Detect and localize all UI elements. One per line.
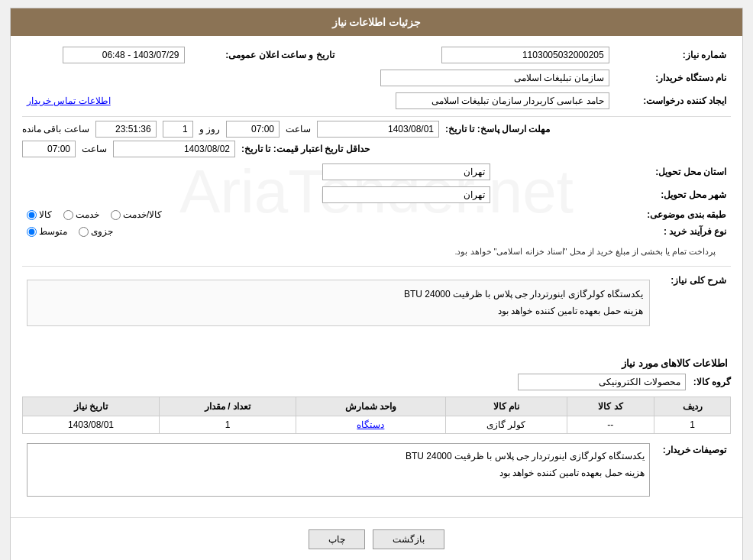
radio-kala-khedmat[interactable]: کالا/خدمت bbox=[111, 209, 162, 220]
col-name: نام کالا bbox=[445, 397, 567, 416]
radio-jozvi-label: جزوی bbox=[91, 226, 113, 237]
radio-motavasset-label: متوسط bbox=[39, 226, 67, 237]
mohlat-saat-label: ساعت bbox=[286, 124, 311, 134]
col-kod: کد کالا bbox=[567, 397, 654, 416]
col-radif: ردیف bbox=[654, 397, 731, 416]
page-header: جزئیات اطلاعات نیاز bbox=[11, 8, 742, 36]
radio-kala-input[interactable] bbox=[27, 210, 37, 220]
cell-name: کولر گازی bbox=[445, 416, 567, 434]
divider-2 bbox=[22, 266, 731, 267]
radio-kala-khedmat-input[interactable] bbox=[111, 210, 121, 220]
radio-khedmat-label: خدمت bbox=[76, 209, 99, 220]
sharh-niaz-text: یکدستگاه کولرگازی اینورتردار جی پلاس با … bbox=[34, 286, 643, 319]
sharh-niaz-box: یکدستگاه کولرگازی اینورتردار جی پلاس با … bbox=[27, 280, 650, 326]
tarikh-elan-label: تاریخ و ساعت اعلان عمومی: bbox=[189, 44, 339, 66]
grohe-kala-label: گروه کالا: bbox=[693, 377, 731, 387]
noe-farayand-label: نوع فرآیند خرید : bbox=[495, 223, 731, 240]
cell-tedad: 1 bbox=[160, 416, 296, 434]
nam-dastgah-label: نام دستگاه خریدار: bbox=[614, 66, 731, 89]
tabaghe-label: طبقه بندی موضوعی: bbox=[495, 206, 731, 223]
watermark-section: AriaTender.net شماره نیاز: تاریخ و ساعت … bbox=[11, 36, 742, 347]
radio-motavasset[interactable]: متوسط bbox=[27, 226, 67, 237]
toseifat-label: توصیفات خریدار: bbox=[654, 440, 731, 500]
jadaval-row: حداقل تاریخ اعتبار قیمت: تا تاریخ: ساعت bbox=[22, 141, 731, 157]
radio-jozvi[interactable]: جزوی bbox=[79, 226, 113, 237]
cell-kod: -- bbox=[567, 416, 654, 434]
tabaghe-radio-group: کالا/خدمت خدمت کالا bbox=[27, 209, 490, 220]
toseifat-box: یکدستگاه کولرگازی اینورتردار جی پلاس با … bbox=[27, 443, 650, 497]
mohlat-baqi-input[interactable] bbox=[95, 121, 157, 138]
cell-vahed[interactable]: دستگاه bbox=[296, 416, 445, 434]
shomare-niaz-input[interactable] bbox=[441, 47, 609, 63]
info-table-1: شماره نیاز: تاریخ و ساعت اعلان عمومی: نا… bbox=[22, 44, 731, 112]
divider-1 bbox=[22, 116, 731, 117]
radio-motavasset-input[interactable] bbox=[27, 227, 37, 237]
mohlat-row: مهلت ارسال پاسخ: تا تاریخ: ساعت روز و سا… bbox=[22, 121, 731, 138]
noe-farayand-radio-group: جزوی متوسط bbox=[27, 226, 490, 237]
col-vahed: واحد شمارش bbox=[296, 397, 445, 416]
radio-kala[interactable]: کالا bbox=[27, 209, 52, 220]
radio-kala-khedmat-label: کالا/خدمت bbox=[123, 209, 162, 220]
footer-buttons: بازگشت چاپ bbox=[11, 517, 742, 560]
bazgasht-button[interactable]: بازگشت bbox=[373, 529, 444, 549]
sharh-niaz-label: شرح کلی نیاز: bbox=[654, 270, 731, 335]
ijad-konande-label: ایجاد کننده درخواست: bbox=[614, 89, 731, 112]
toseifat-table: توصیفات خریدار: یکدستگاه کولرگازی اینورت… bbox=[22, 440, 731, 500]
ijad-konande-input[interactable] bbox=[396, 92, 609, 109]
kala-info-title: اطلاعات کالاهای مورد نیاز bbox=[22, 353, 731, 374]
cell-tarikh: 1403/08/01 bbox=[23, 416, 160, 434]
jadaval-saat-label: ساعت bbox=[82, 144, 107, 154]
radio-khedmat-input[interactable] bbox=[63, 210, 73, 220]
jadaval-date-input[interactable] bbox=[113, 141, 235, 157]
mohlat-rooz-label: روز و bbox=[199, 124, 220, 134]
mohlat-date-input[interactable] bbox=[317, 121, 439, 138]
nam-dastgah-input[interactable] bbox=[380, 70, 609, 86]
ostan-input[interactable] bbox=[322, 163, 490, 180]
page-title: جزئیات اطلاعات نیاز bbox=[332, 16, 422, 28]
info-table-2: استان محل تحویل: شهر محل تحویل: طبقه بند… bbox=[22, 160, 731, 240]
toseifat-text: یکدستگاه کولرگازی اینورتردار جی پلاس با … bbox=[32, 448, 645, 481]
shahr-label: شهر محل تحویل: bbox=[495, 183, 731, 206]
mohlat-baqi-label: ساعت باقی مانده bbox=[22, 124, 89, 134]
shahr-input[interactable] bbox=[322, 186, 490, 203]
mohlat-label: مهلت ارسال پاسخ: تا تاریخ: bbox=[445, 124, 550, 134]
mohlat-rooz-input[interactable] bbox=[163, 121, 193, 138]
shomare-niaz-label: شماره نیاز: bbox=[614, 44, 731, 66]
cell-radif: 1 bbox=[654, 416, 731, 434]
sharh-niaz-table: شرح کلی نیاز: یکدستگاه کولرگازی اینورترد… bbox=[22, 270, 731, 335]
content-area: شماره نیاز: تاریخ و ساعت اعلان عمومی: نا… bbox=[11, 36, 742, 347]
col-tarikh: تاریخ نیاز bbox=[23, 397, 160, 416]
grohe-kala-row: گروه کالا: bbox=[22, 374, 731, 390]
ettelaat-tamas-link[interactable]: اطلاعات تماس خریدار bbox=[27, 95, 111, 106]
radio-jozvi-input[interactable] bbox=[79, 227, 89, 237]
ostan-label: استان محل تحویل: bbox=[495, 160, 731, 183]
table-row: 1 -- کولر گازی دستگاه 1 1403/08/01 bbox=[23, 416, 731, 434]
jadaval-label: حداقل تاریخ اعتبار قیمت: تا تاریخ: bbox=[241, 144, 370, 154]
payment-note: پرداخت تمام یا بخشی از مبلغ خرید از محل … bbox=[22, 244, 731, 260]
jadaval-saat-input[interactable] bbox=[22, 141, 76, 157]
kala-table: ردیف کد کالا نام کالا واحد شمارش تعداد /… bbox=[22, 397, 731, 434]
page-container: جزئیات اطلاعات نیاز AriaTender.net شماره… bbox=[10, 8, 743, 560]
radio-khedmat[interactable]: خدمت bbox=[63, 209, 99, 220]
col-tedad: تعداد / مقدار bbox=[160, 397, 296, 416]
grohe-kala-input[interactable] bbox=[518, 374, 686, 390]
mohlat-saat-input[interactable] bbox=[226, 121, 280, 138]
tarikh-elan-input[interactable] bbox=[63, 47, 185, 63]
radio-kala-label: کالا bbox=[39, 209, 52, 220]
chap-button[interactable]: چاپ bbox=[309, 529, 365, 549]
goods-section: اطلاعات کالاهای مورد نیاز گروه کالا: ردی… bbox=[11, 347, 742, 510]
